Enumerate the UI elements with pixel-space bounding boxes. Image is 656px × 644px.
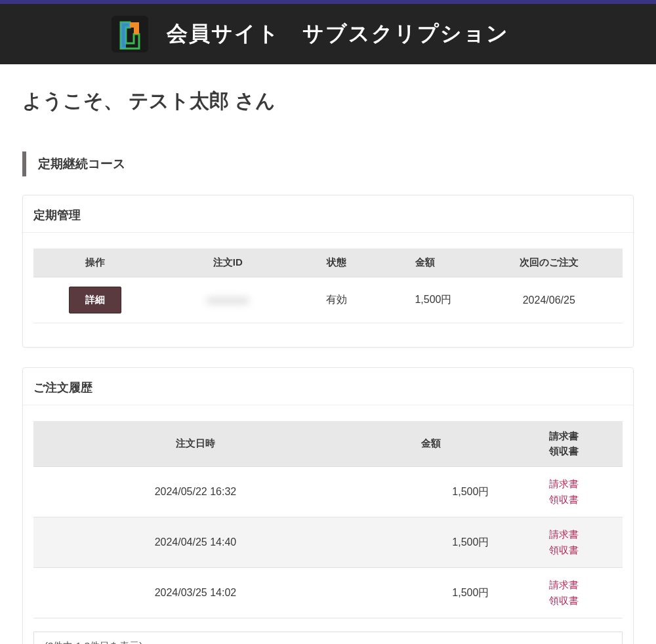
table-row: 2024/04/25 14:40 1,500円 請求書 領収書	[33, 517, 623, 568]
th-order-date: 注文日時	[33, 421, 358, 467]
receipt-link[interactable]: 領収書	[510, 492, 617, 508]
receipt-link[interactable]: 領収書	[510, 542, 617, 558]
invoice-link[interactable]: 請求書	[510, 527, 617, 542]
section-heading-course: 定期継続コース	[22, 151, 634, 176]
cell-order-id: xxxxxxxx	[157, 277, 299, 323]
detail-button[interactable]: 詳細	[69, 287, 121, 313]
th-amount: 金額	[375, 249, 476, 277]
table-row: 詳細 xxxxxxxx 有効 1,500円 2024/06/25	[33, 277, 623, 323]
th-documents: 請求書 領収書	[504, 421, 623, 467]
invoice-link[interactable]: 請求書	[510, 577, 617, 593]
cell-amount: 1,500円	[358, 517, 505, 568]
th-action: 操作	[33, 249, 157, 277]
cell-amount: 1,500円	[358, 467, 505, 517]
management-card: 定期管理 操作 注文ID 状態 金額 次回のご注文 詳細	[22, 195, 634, 348]
table-row: 2024/05/22 16:32 1,500円 請求書 領収書	[33, 467, 623, 517]
th-amount: 金額	[358, 421, 505, 467]
cell-next-order: 2024/06/25	[475, 277, 623, 323]
table-header-row: 操作 注文ID 状態 金額 次回のご注文	[33, 249, 623, 277]
history-table: 注文日時 金額 請求書 領収書 2024/05/22 16:32 1,500円 …	[33, 421, 623, 618]
management-table: 操作 注文ID 状態 金額 次回のご注文 詳細 xxxxxxxx 有効	[33, 249, 623, 323]
cell-amount: 1,500円	[358, 568, 505, 618]
management-card-title: 定期管理	[23, 195, 633, 233]
th-order-id: 注文ID	[157, 249, 299, 277]
table-header-row: 注文日時 金額 請求書 領収書	[33, 421, 623, 467]
history-card-title: ご注文履歴	[23, 368, 633, 405]
cell-order-date: 2024/04/25 14:40	[33, 517, 358, 568]
site-logo-icon	[112, 16, 148, 52]
cell-documents: 請求書 領収書	[504, 568, 623, 618]
cell-documents: 請求書 領収書	[504, 517, 623, 568]
th-receipt-label: 領収書	[549, 445, 579, 456]
site-title: 会員サイト サブスクリプション	[167, 20, 509, 49]
pagination-info: (3件中 1-3件目を表示)	[33, 632, 623, 644]
site-header: 会員サイト サブスクリプション	[0, 4, 656, 64]
th-invoice-label: 請求書	[549, 430, 579, 441]
cell-amount: 1,500円	[375, 277, 476, 323]
history-card: ご注文履歴 注文日時 金額 請求書 領収書 2024/05/22 16:32	[22, 367, 634, 644]
main-content: ようこそ、 テスト太郎 さん 定期継続コース 定期管理 操作 注文ID 状態 金…	[0, 64, 656, 644]
cell-status: 有効	[298, 277, 375, 323]
cell-order-date: 2024/05/22 16:32	[33, 467, 358, 517]
table-row: 2024/03/25 14:02 1,500円 請求書 領収書	[33, 568, 623, 618]
cell-order-date: 2024/03/25 14:02	[33, 568, 358, 618]
welcome-message: ようこそ、 テスト太郎 さん	[22, 88, 634, 115]
th-status: 状態	[298, 249, 375, 277]
invoice-link[interactable]: 請求書	[510, 476, 617, 492]
th-next-order: 次回のご注文	[475, 249, 623, 277]
cell-documents: 請求書 領収書	[504, 467, 623, 517]
receipt-link[interactable]: 領収書	[510, 593, 617, 609]
